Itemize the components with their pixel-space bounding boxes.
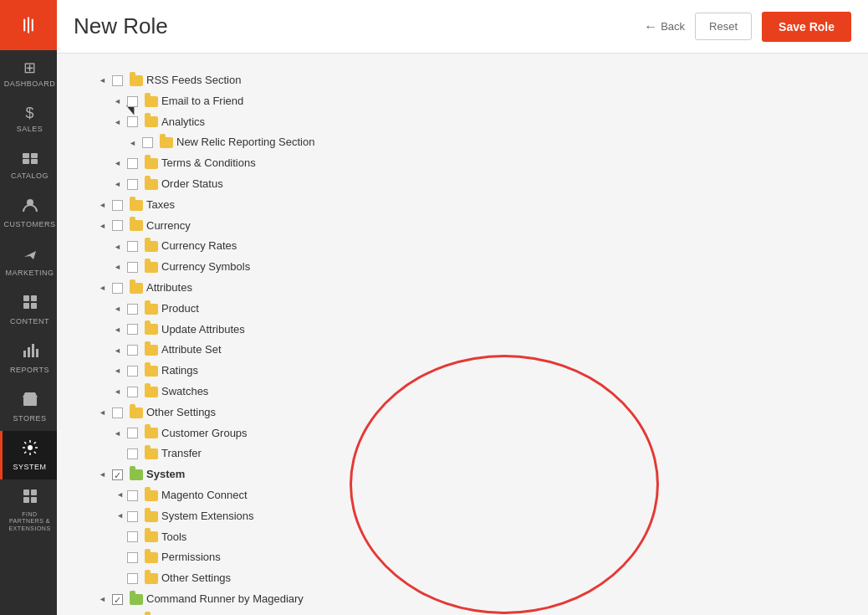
sidebar-item-sales[interactable]: $ SALES: [0, 96, 57, 141]
sidebar-item-sales-label: SALES: [17, 125, 43, 133]
collapse-arrow-icon[interactable]: ◄: [114, 95, 124, 107]
folder-icon: [130, 283, 143, 294]
list-item: Transfer: [99, 443, 851, 464]
collapse-arrow-icon[interactable]: ◄: [114, 261, 124, 273]
tree-checkbox[interactable]: [127, 531, 138, 542]
svg-rect-3: [31, 159, 38, 164]
list-item: ► Magento Connect: [99, 485, 851, 506]
folder-icon: [145, 262, 158, 273]
sidebar-item-customers[interactable]: CUSTOMERS: [0, 188, 57, 237]
collapse-arrow-icon[interactable]: ►: [114, 510, 124, 522]
sidebar-item-marketing[interactable]: MARKETING: [0, 237, 57, 285]
folder-icon: [145, 387, 158, 397]
tree-item-label: Product: [161, 300, 199, 318]
svg-rect-12: [36, 349, 38, 357]
sidebar-item-content[interactable]: CONTENT: [0, 285, 57, 334]
tree-checkbox[interactable]: [127, 552, 138, 563]
tree-checkbox[interactable]: [127, 324, 138, 335]
list-item: ◄ Ratings: [99, 361, 851, 382]
sidebar-item-find[interactable]: FIND PARTNERS & EXTENSIONS: [0, 479, 57, 541]
tree-checkbox[interactable]: [112, 469, 123, 480]
collapse-arrow-icon[interactable]: ►: [114, 489, 124, 501]
collapse-arrow-icon[interactable]: ◄: [114, 303, 124, 315]
list-item: ◄ Customer Groups: [99, 423, 851, 444]
collapse-arrow-icon[interactable]: ◄: [114, 428, 124, 439]
sidebar-item-reports[interactable]: REPORTS: [0, 334, 57, 382]
svg-rect-1: [31, 153, 38, 158]
tree-checkbox[interactable]: [127, 96, 138, 107]
collapse-arrow-icon[interactable]: ◄: [99, 469, 109, 480]
system-icon: [22, 439, 38, 460]
collapse-arrow-icon[interactable]: ◄: [129, 137, 139, 149]
svg-rect-13: [23, 397, 37, 406]
collapse-arrow-icon[interactable]: ◄: [99, 199, 109, 211]
sidebar-item-system[interactable]: SYSTEM: [0, 431, 57, 479]
sidebar-item-stores-label: STORES: [13, 414, 47, 423]
collapse-arrow-icon[interactable]: ◄: [114, 178, 124, 190]
tree-checkbox[interactable]: [127, 490, 138, 501]
tree-checkbox[interactable]: [127, 573, 138, 584]
tree-checkbox[interactable]: [112, 200, 123, 211]
tree-checkbox[interactable]: [127, 345, 138, 356]
folder-icon: [130, 200, 143, 211]
collapse-arrow-icon[interactable]: ◄: [114, 386, 124, 397]
tree-item-label: Tools: [161, 529, 186, 546]
sidebar-item-stores[interactable]: STORES: [0, 382, 57, 431]
folder-icon: [145, 158, 158, 169]
list-item: ◄ Currency Rates: [99, 236, 851, 257]
collapse-arrow-icon[interactable]: ◄: [99, 282, 109, 294]
collapse-arrow-icon[interactable]: ◄: [99, 220, 109, 232]
folder-icon: [145, 324, 158, 335]
tree-checkbox[interactable]: [127, 448, 138, 459]
tree-checkbox[interactable]: [112, 75, 123, 86]
collapse-arrow-icon[interactable]: ◄: [114, 116, 124, 128]
tree-checkbox[interactable]: [127, 366, 138, 377]
folder-icon: [145, 179, 158, 190]
collapse-arrow-icon[interactable]: ◄: [114, 365, 124, 377]
folder-icon: [145, 345, 158, 356]
folder-icon: [145, 366, 158, 377]
reset-button[interactable]: Reset: [695, 13, 752, 40]
collapse-arrow-icon[interactable]: ◄: [99, 407, 109, 418]
sidebar-item-dashboard[interactable]: ⊞ DASHBOARD: [0, 50, 57, 96]
tree-checkbox[interactable]: [112, 594, 123, 605]
collapse-arrow-icon[interactable]: ◄: [114, 241, 124, 253]
tree-checkbox[interactable]: [142, 137, 153, 148]
folder-icon: [145, 531, 158, 542]
content-area[interactable]: ◄ RSS Feeds Section ◄ Email to a Friend …: [57, 54, 868, 615]
tree-checkbox[interactable]: [127, 262, 138, 273]
tree-checkbox[interactable]: [127, 304, 138, 315]
tree-checkbox[interactable]: [112, 283, 123, 294]
stores-icon: [22, 391, 38, 412]
tree-checkbox[interactable]: [127, 241, 138, 252]
folder-icon: [130, 407, 143, 418]
marketing-icon: [22, 245, 38, 266]
collapse-arrow-icon[interactable]: ◄: [99, 74, 109, 86]
collapse-arrow-icon[interactable]: ◄: [114, 157, 124, 169]
permissions-tree: ◄ RSS Feeds Section ◄ Email to a Friend …: [74, 70, 851, 615]
collapse-arrow-icon[interactable]: ◄: [114, 324, 124, 336]
catalog-icon: [22, 150, 38, 169]
tree-checkbox[interactable]: [127, 116, 138, 127]
back-button[interactable]: ← Back: [644, 19, 685, 34]
tree-checkbox[interactable]: [127, 511, 138, 522]
tree-checkbox[interactable]: [127, 158, 138, 169]
tree-checkbox[interactable]: [127, 179, 138, 190]
tree-item-label: Terms & Conditions: [161, 155, 256, 172]
back-arrow-icon: ←: [644, 19, 657, 34]
collapse-arrow-icon[interactable]: ◄: [114, 345, 124, 356]
list-item: ◄ Currency: [99, 216, 851, 237]
collapse-arrow-icon[interactable]: ◄: [99, 593, 109, 605]
list-item: ◄ Analytics: [99, 112, 851, 133]
svg-rect-9: [23, 351, 26, 357]
svg-rect-10: [28, 347, 30, 357]
tree-checkbox[interactable]: [127, 387, 138, 397]
main-area: New Role ← Back Reset Save Role ◄ RSS Fe…: [57, 0, 868, 615]
folder-icon: [145, 511, 158, 522]
sidebar-item-catalog[interactable]: CATALOG: [0, 141, 57, 188]
tree-checkbox[interactable]: [127, 428, 138, 438]
tree-checkbox[interactable]: [112, 407, 123, 418]
save-role-button[interactable]: Save Role: [762, 12, 851, 42]
list-item: ◄ Attributes: [99, 278, 851, 299]
tree-checkbox[interactable]: [112, 220, 123, 231]
